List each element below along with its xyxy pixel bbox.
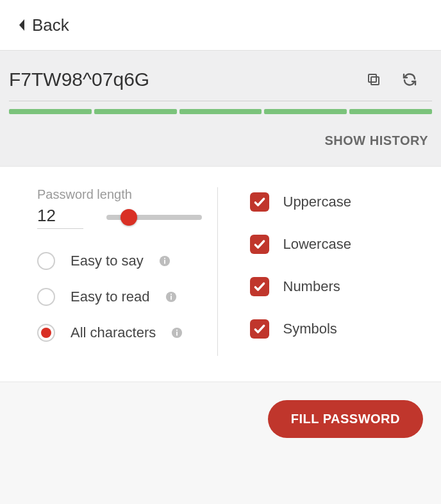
generated-password: F7TW98^07q6G — [9, 69, 365, 90]
checkbox-label: Uppercase — [283, 194, 351, 210]
strength-segment — [94, 109, 177, 114]
checkbox-label: Symbols — [283, 321, 337, 337]
slider-thumb[interactable] — [121, 209, 137, 226]
svg-rect-1 — [369, 74, 376, 82]
svg-rect-4 — [164, 258, 165, 259]
divider — [9, 101, 432, 101]
svg-rect-6 — [171, 296, 172, 299]
strength-segment — [264, 109, 347, 114]
strength-segment — [349, 109, 432, 114]
length-slider[interactable] — [106, 210, 202, 225]
checkbox-label: Numbers — [283, 278, 340, 295]
show-history-link[interactable]: SHOW HISTORY — [324, 133, 428, 148]
fill-password-button[interactable]: FILL PASSWORD — [268, 400, 423, 438]
back-button[interactable]: Back — [18, 15, 69, 35]
checkbox-checked-icon — [250, 319, 269, 339]
regenerate-icon[interactable] — [401, 71, 418, 88]
strength-meter — [6, 109, 435, 114]
back-label: Back — [32, 15, 69, 35]
svg-rect-3 — [164, 260, 165, 264]
info-icon[interactable] — [165, 291, 177, 303]
option-uppercase[interactable]: Uppercase — [250, 192, 415, 212]
strength-segment — [9, 109, 92, 114]
option-numbers[interactable]: Numbers — [250, 277, 415, 296]
radio-label: Easy to say — [71, 253, 144, 269]
checkbox-checked-icon — [250, 277, 269, 296]
back-caret-icon — [18, 19, 26, 31]
radio-unchecked-icon — [37, 288, 55, 306]
option-symbols[interactable]: Symbols — [250, 319, 415, 339]
strength-segment — [179, 109, 262, 114]
mode-easy-to-say[interactable]: Easy to say — [37, 252, 202, 270]
radio-checked-icon — [37, 324, 55, 342]
svg-rect-9 — [176, 332, 178, 335]
option-lowercase[interactable]: Lowercase — [250, 235, 415, 254]
length-label: Password length — [37, 187, 202, 202]
info-icon[interactable] — [171, 327, 183, 339]
svg-rect-7 — [171, 294, 172, 295]
length-input[interactable]: 12 — [37, 206, 83, 229]
radio-label: All characters — [71, 324, 156, 341]
length-value: 12 — [37, 206, 56, 225]
copy-icon[interactable] — [365, 71, 382, 88]
checkbox-checked-icon — [250, 192, 269, 212]
mode-all-characters[interactable]: All characters — [37, 324, 202, 342]
info-icon[interactable] — [159, 255, 171, 267]
radio-unchecked-icon — [37, 252, 55, 270]
checkbox-label: Lowercase — [283, 236, 351, 253]
svg-rect-0 — [371, 77, 379, 85]
checkbox-checked-icon — [250, 235, 269, 254]
mode-easy-to-read[interactable]: Easy to read — [37, 288, 202, 306]
svg-rect-10 — [176, 330, 178, 331]
radio-label: Easy to read — [71, 289, 150, 305]
